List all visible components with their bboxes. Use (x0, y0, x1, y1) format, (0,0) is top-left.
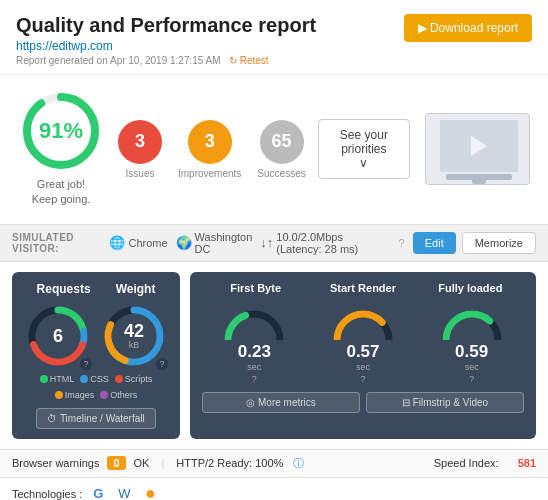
legend-item: Others (100, 390, 137, 400)
successes-count: 65 (260, 120, 304, 164)
timeline-btn-row: ⏱ Timeline / Waterfall (24, 408, 168, 429)
help-icon: ? (399, 237, 405, 249)
edit-button[interactable]: Edit (413, 232, 456, 254)
header: Quality and Performance report https://e… (0, 0, 548, 75)
retest-link[interactable]: ↻ Retest (229, 55, 269, 66)
requests-title: Requests (37, 282, 91, 296)
more-metrics-button[interactable]: ◎ More metrics (202, 392, 360, 413)
first-byte-value: 0.23 (238, 342, 271, 362)
priorities-wrap: See your priorities ∨ (318, 119, 410, 179)
right-titles: First Byte Start Render Fully loaded (202, 282, 524, 294)
first-byte-help[interactable]: ? (252, 374, 257, 384)
legend-item: Images (55, 390, 95, 400)
requests-donut: 6 ? (26, 304, 90, 368)
filmstrip-button[interactable]: ⊟ Filmstrip & Video (366, 392, 524, 413)
metrics-bubbles: 3 Issues 3 Improvements 65 Successes (118, 120, 306, 179)
legend-item: CSS (80, 374, 109, 384)
tech-wordpress-icon: W (114, 484, 134, 500)
footer-bar: Browser warnings 0 OK | HTTP/2 Ready: 10… (0, 449, 548, 477)
fully-loaded-gauge: 0.59 sec ? (438, 300, 506, 384)
weight-help[interactable]: ? (156, 358, 168, 370)
weight-title: Weight (116, 282, 156, 296)
legend-row: HTMLCSSScriptsImagesOthers (24, 374, 168, 400)
memorize-button[interactable]: Memorize (462, 232, 536, 254)
location-icon: 🌍 (176, 235, 192, 250)
visitor-actions: Edit Memorize (413, 232, 536, 254)
speed-index-label: Speed Index: (434, 457, 499, 469)
start-render-title: Start Render (309, 282, 416, 294)
first-byte-unit: sec (247, 362, 261, 372)
score-value: 91% (39, 118, 83, 144)
tech-google-icon: G (88, 484, 108, 500)
warnings-ok: OK (134, 457, 150, 469)
metrics-row: Requests Weight 6 (12, 272, 536, 439)
improvements-bubble: 3 Improvements (178, 120, 241, 179)
timing-panel: First Byte Start Render Fully loaded 0 (190, 272, 536, 439)
first-byte-gauge: 0.23 sec ? (220, 300, 288, 384)
visitor-label: SIMULATED VISITOR: (12, 232, 99, 254)
tech-label: Technologies : (12, 488, 82, 500)
priorities-button[interactable]: See your priorities ∨ (318, 119, 410, 179)
warnings-label: Browser warnings (12, 457, 99, 469)
thumbnail-box (425, 113, 530, 185)
requests-value: 6 (53, 327, 63, 345)
speed-index-value: 581 (518, 457, 536, 469)
score-circle-wrap: 91% Great job! Keep going. (16, 91, 106, 208)
score-label: Great job! Keep going. (32, 177, 91, 208)
score-circle: 91% (21, 91, 101, 171)
separator-1: | (161, 457, 164, 469)
location-name: Washington DC (195, 231, 253, 255)
site-link[interactable]: https://editwp.com (16, 39, 113, 53)
successes-label: Successes (257, 168, 305, 179)
fully-loaded-unit: sec (465, 362, 479, 372)
speed-icon: ↓↑ (260, 235, 273, 250)
donut-row: 6 ? 42 kB (24, 304, 168, 368)
download-button[interactable]: ▶ Download report (404, 14, 532, 42)
right-btn-row: ◎ More metrics ⊟ Filmstrip & Video (202, 392, 524, 413)
issues-bubble: 3 Issues (118, 120, 162, 179)
thumbnail-stand (472, 180, 486, 184)
start-render-gauge: 0.57 sec ? (329, 300, 397, 384)
improvements-label: Improvements (178, 168, 241, 179)
report-meta: Report generated on Apr 10, 2019 1:27:15… (16, 55, 221, 66)
page-title: Quality and Performance report (16, 14, 316, 37)
issues-count: 3 (118, 120, 162, 164)
metrics-panel: Requests Weight 6 (0, 262, 548, 449)
timeline-button[interactable]: ⏱ Timeline / Waterfall (36, 408, 155, 429)
browser-item: 🌐 Chrome (109, 235, 167, 250)
speed-value: 10.0/2.0Mbps (Latency: 28 ms) (276, 231, 390, 255)
legend-item: Scripts (115, 374, 153, 384)
issues-label: Issues (126, 168, 155, 179)
left-titles: Requests Weight (24, 282, 168, 296)
thumbnail-screen (440, 120, 518, 172)
speed-item: ↓↑ 10.0/2.0Mbps (Latency: 28 ms) (260, 231, 390, 255)
fully-loaded-title: Fully loaded (417, 282, 524, 294)
browser-name: Chrome (128, 237, 167, 249)
legend-item: HTML (40, 374, 75, 384)
site-thumbnail (422, 113, 532, 185)
tech-other-icon: ● (140, 484, 160, 500)
start-render-unit: sec (356, 362, 370, 372)
fully-loaded-value: 0.59 (455, 342, 488, 362)
requests-help[interactable]: ? (80, 358, 92, 370)
score-section: 91% Great job! Keep going. 3 Issues 3 Im… (0, 75, 548, 224)
first-byte-title: First Byte (202, 282, 309, 294)
http2-help-icon[interactable]: ⓘ (293, 456, 304, 471)
browser-icon: 🌐 (109, 235, 125, 250)
tech-bar: Technologies : G W ● (0, 477, 548, 500)
visitor-bar: SIMULATED VISITOR: 🌐 Chrome 🌍 Washington… (0, 224, 548, 262)
play-icon (471, 136, 487, 156)
start-render-help[interactable]: ? (360, 374, 365, 384)
gauges-row: 0.23 sec ? 0.57 sec (202, 300, 524, 384)
successes-bubble: 65 Successes (257, 120, 305, 179)
retest-icon: ↻ (229, 55, 237, 66)
page-container: Quality and Performance report https://e… (0, 0, 548, 500)
improvements-count: 3 (188, 120, 232, 164)
http2-label: HTTP/2 Ready: 100% (176, 457, 283, 469)
warnings-badge: 0 (107, 456, 125, 470)
weight-value: 42 kB (124, 322, 144, 350)
location-item: 🌍 Washington DC (176, 231, 253, 255)
fully-loaded-help[interactable]: ? (469, 374, 474, 384)
start-render-value: 0.57 (346, 342, 379, 362)
weight-donut: 42 kB ? (102, 304, 166, 368)
